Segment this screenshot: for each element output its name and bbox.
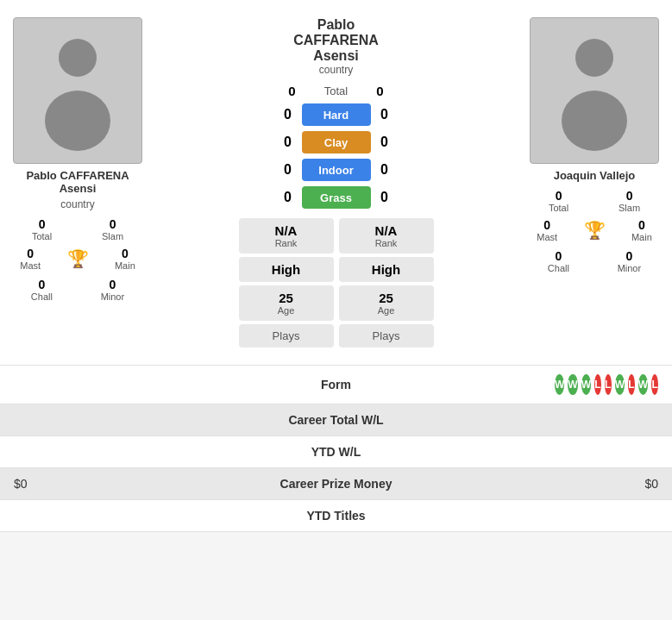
left-name-display: Pablo CAFFARENA Asensi <box>7 169 148 195</box>
right-name: Joaquin Vallejo <box>554 169 636 182</box>
high-row: High High <box>239 257 434 282</box>
left-rank-info: N/A Rank <box>239 218 334 254</box>
grass-badge: Grass <box>302 186 371 209</box>
form-row: Form W W W L L W L W L <box>0 366 672 404</box>
right-trophy-icon: 🏆 <box>584 220 606 241</box>
left-slam-l: Slam <box>102 231 123 241</box>
total-right: 0 <box>372 84 389 98</box>
form-badges: W W W L L W L W L <box>555 374 658 395</box>
svg-point-3 <box>562 91 627 151</box>
left-total-v: 0 <box>39 217 46 231</box>
right-plays-val: Plays <box>344 329 429 342</box>
right-main-v: 0 <box>638 218 645 232</box>
right-high-info: High <box>339 257 434 282</box>
indoor-row: 0 Indoor 0 <box>279 159 393 181</box>
form-badge-1: W <box>555 374 564 395</box>
left-stats-row2: 0 Chall 0 Minor <box>7 278 148 302</box>
left-main-l: Main <box>115 260 135 271</box>
rank-row: N/A Rank N/A Rank <box>239 218 434 254</box>
left-chall-l: Chall <box>31 291 53 302</box>
indoor-left: 0 <box>279 162 297 178</box>
right-mast-v: 0 <box>543 218 550 232</box>
indoor-badge: Indoor <box>302 159 371 181</box>
left-total-cell: 0 Total <box>32 217 52 241</box>
left-high-val: High <box>244 262 329 277</box>
right-rank-info: N/A Rank <box>339 218 434 254</box>
right-stats-row1: 0 Total 0 Slam <box>524 189 665 213</box>
center-country: country <box>319 64 353 76</box>
left-chall-v: 0 <box>38 278 45 291</box>
right-slam-cell: 0 Slam <box>619 189 640 213</box>
left-age-info: 25 Age <box>239 285 334 321</box>
clay-right: 0 <box>376 135 393 150</box>
grass-right: 0 <box>376 190 393 205</box>
right-chall-l: Chall <box>548 263 569 273</box>
bottom-stats: Form W W W L L W L W L Career Total W/L <box>0 366 672 532</box>
player-right: Joaquin Vallejo 0 Total 0 Slam 0 Mast 🏆 … <box>517 10 672 354</box>
right-minor-v: 0 <box>625 249 632 263</box>
ytd-titles-label: YTD Titles <box>117 509 555 523</box>
form-badge-3: W <box>581 374 591 395</box>
right-avatar <box>530 17 659 164</box>
form-badge-7: L <box>628 374 635 395</box>
form-badge-5: L <box>605 374 612 395</box>
left-total-l: Total <box>32 231 52 241</box>
career-prize-left: $0 <box>14 477 117 491</box>
left-minor-cell: 0 Minor <box>101 278 125 302</box>
career-total-row: Career Total W/L <box>0 404 672 436</box>
left-rank-lbl: Rank <box>244 238 329 248</box>
career-total-label: Career Total W/L <box>117 413 555 427</box>
right-slam-l: Slam <box>619 203 640 213</box>
right-chall-v: 0 <box>555 249 562 263</box>
left-high-info: High <box>239 257 334 282</box>
right-slam-v: 0 <box>626 189 633 203</box>
center-name-3: Asensi <box>313 48 358 64</box>
plays-row: Plays Plays <box>239 324 434 348</box>
left-minor-v: 0 <box>109 278 116 291</box>
right-main-l: Main <box>631 232 652 242</box>
hard-right: 0 <box>376 107 393 122</box>
hard-badge: Hard <box>302 103 371 126</box>
left-mast-l: Mast <box>20 260 41 271</box>
center-name-2: CAFFARENA <box>293 33 379 48</box>
left-rank-val: N/A <box>244 223 329 238</box>
total-row: 0 Total 0 <box>284 84 389 98</box>
player-left: Pablo CAFFARENA Asensi country 0 Total 0… <box>0 10 155 354</box>
left-chall-cell: 0 Chall <box>31 278 53 302</box>
left-plays-val: Plays <box>244 329 329 342</box>
svg-point-2 <box>575 39 613 77</box>
career-prize-row: $0 Career Prize Money $0 <box>0 468 672 500</box>
right-high-val: High <box>344 262 429 277</box>
left-plays-info: Plays <box>239 324 334 348</box>
comparison-top: Pablo CAFFARENA Asensi country 0 Total 0… <box>0 0 672 366</box>
age-row: 25 Age 25 Age <box>239 285 434 321</box>
left-main-v: 0 <box>122 247 129 260</box>
right-mast-cell: 0 Mast <box>537 218 557 242</box>
right-stats-row2: 0 Chall 0 Minor <box>524 249 665 273</box>
left-trophy-row: 0 Mast 🏆 0 Main <box>7 247 148 271</box>
right-minor-cell: 0 Minor <box>618 249 642 273</box>
career-prize-label: Career Prize Money <box>117 477 555 491</box>
form-badge-8: W <box>638 374 648 395</box>
hard-left: 0 <box>279 107 297 122</box>
left-avatar <box>13 17 142 164</box>
grass-left: 0 <box>279 190 297 205</box>
ytd-titles-row: YTD Titles <box>0 500 672 532</box>
left-age-lbl: Age <box>244 305 329 316</box>
left-country-display: country <box>60 198 94 210</box>
left-mast-v: 0 <box>27 247 34 260</box>
clay-row: 0 Clay 0 <box>279 131 393 153</box>
right-mast-l: Mast <box>537 232 557 242</box>
form-badges-container: W W W L L W L W L <box>555 374 658 395</box>
right-minor-l: Minor <box>618 263 642 273</box>
right-total-v: 0 <box>556 189 562 203</box>
form-badge-9: L <box>651 374 658 395</box>
grass-row: 0 Grass 0 <box>279 186 393 209</box>
left-slam-v: 0 <box>110 217 116 231</box>
middle-section: Pablo CAFFARENA Asensi country 0 Total 0… <box>155 10 517 354</box>
right-age-lbl: Age <box>344 305 429 316</box>
center-name-1: Pablo <box>317 17 355 33</box>
form-badge-4: L <box>594 374 601 395</box>
ytd-wl-row: YTD W/L <box>0 436 672 468</box>
indoor-right: 0 <box>376 162 393 178</box>
